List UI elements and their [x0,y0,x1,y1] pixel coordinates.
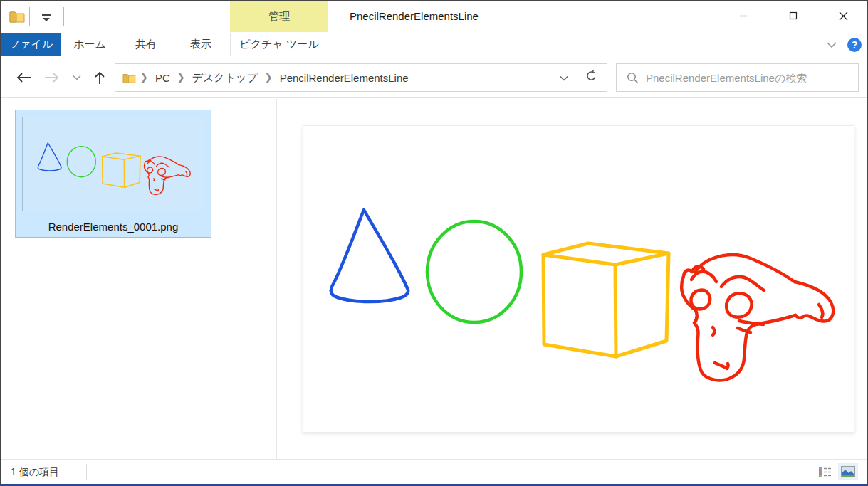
breadcrumb-item-desktop[interactable]: デスクトップ [189,71,261,85]
search-input[interactable] [646,64,858,91]
up-icon [94,70,105,85]
preview-pane-image [303,125,854,433]
close-button[interactable] [827,1,859,31]
explorer-window: 管理 PnecilRenderElementsLine ファイル ホーム 共有 … [0,0,868,486]
chevron-down-icon [560,75,568,81]
folder-icon[interactable] [9,10,25,23]
tab-view[interactable]: 表示 [179,33,223,56]
refresh-icon [585,70,597,82]
search-box [616,63,859,92]
minimize-button[interactable] [727,1,760,31]
monkey-head-shape [681,255,833,380]
tab-picture-tools-label: ピクチャ ツール [239,38,318,51]
divider [63,7,64,26]
address-bar[interactable]: ❯ PC ❯ デスクトップ ❯ PencilRenderElementsLine [115,63,607,92]
window-title: PnecilRenderElementsLine [350,1,479,32]
file-name-label: RenderElements_0001.png [16,221,211,233]
cube-shape [543,243,669,356]
pane-divider [276,99,277,460]
tab-share[interactable]: 共有 [124,33,168,56]
title-bar: 管理 PnecilRenderElementsLine [1,1,867,32]
close-icon [839,11,848,21]
breadcrumb-item-current-folder[interactable]: PencilRenderElementsLine [277,72,412,84]
tab-file-label: ファイル [9,38,53,51]
address-row: ❯ PC ❯ デスクトップ ❯ PencilRenderElementsLine [1,56,867,98]
refresh-button[interactable] [575,70,607,85]
tab-file[interactable]: ファイル [1,33,61,56]
ribbon-collapse-chevron-icon[interactable] [826,41,837,48]
back-icon [16,72,31,83]
forward-icon [44,72,60,83]
minimize-icon [739,11,748,20]
search-icon [627,72,639,84]
help-glyph: ? [852,39,858,51]
circle-shape [427,221,521,322]
manage-tab-label: 管理 [268,10,290,23]
back-button[interactable] [11,63,36,92]
tab-picture-tools[interactable]: ピクチャ ツール [230,33,328,56]
status-bar: 1 個の項目 [1,459,867,484]
divider [29,7,30,26]
file-browser-content: RenderElements_0001.png [1,99,867,460]
details-view-button[interactable] [815,463,835,480]
render-elements-artwork [331,210,833,380]
ribbon-tab-row: ファイル ホーム 共有 表示 ピクチャ ツール ? [1,33,867,56]
address-dropdown-button[interactable] [553,73,575,83]
manage-contextual-tab[interactable]: 管理 [230,1,328,32]
file-item-selected[interactable]: RenderElements_0001.png [15,110,211,238]
tab-share-label: 共有 [135,38,157,51]
up-button[interactable] [88,63,112,92]
chevron-down-icon [73,75,81,80]
breadcrumb-chevron-icon[interactable]: ❯ [173,72,189,83]
cone-shape [331,210,408,302]
details-view-icon [819,466,832,477]
forward-button[interactable] [39,63,65,92]
quick-access-toolbar-dropdown[interactable] [35,1,58,32]
tab-home-label: ホーム [73,38,106,51]
tab-home[interactable]: ホーム [68,33,112,56]
help-icon[interactable]: ? [847,38,862,52]
maximize-button[interactable] [777,1,810,31]
large-icons-view-button[interactable] [838,463,858,480]
breadcrumb-chevron-icon[interactable]: ❯ [261,72,277,83]
item-count: 1 個の項目 [11,460,59,484]
file-thumbnail [22,117,204,211]
breadcrumb-chevron-icon: ❯ [136,72,152,83]
divider [86,464,87,480]
recent-locations-dropdown[interactable] [69,63,85,92]
maximize-icon [789,11,798,20]
large-icons-view-icon [841,466,855,477]
breadcrumb-item-pc[interactable]: PC [152,72,173,84]
tab-view-label: 表示 [190,38,211,51]
breadcrumb-folder-icon [122,73,136,83]
